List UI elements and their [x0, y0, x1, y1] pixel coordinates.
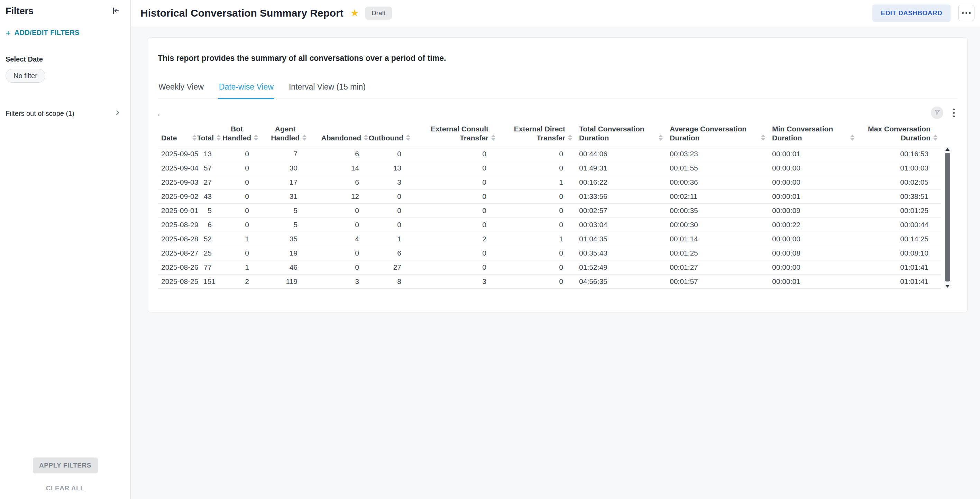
filters-out-of-scope-label: Filters out of scope (1) — [6, 110, 74, 118]
cell-total-conversation-duration: 00:35:43 — [576, 246, 666, 261]
table-tools — [931, 106, 958, 119]
cell-total: 13 — [200, 147, 224, 161]
sort-icon[interactable] — [659, 135, 663, 141]
sort-icon[interactable] — [761, 135, 765, 141]
status-badge: Draft — [365, 6, 392, 20]
scroll-up-arrow-icon[interactable] — [945, 148, 950, 151]
column-header-max-conversation-duration[interactable]: Max Conversation Duration — [858, 122, 941, 147]
cell-external-consult-transfer: 0 — [414, 246, 499, 261]
cell-bot-handled: 1 — [224, 261, 261, 275]
cell-agent-handled: 19 — [261, 246, 310, 261]
cell-agent-handled: 119 — [261, 275, 310, 289]
chevron-right-icon — [114, 109, 121, 118]
top-bar: Historical Conversation Summary Report ★… — [131, 0, 980, 26]
add-edit-filters-button[interactable]: + ADD/EDIT FILTERS — [6, 29, 80, 37]
cell-external-consult-transfer: 0 — [414, 261, 499, 275]
table-wrap: DateTotalBotHandledAgentHandledAbandoned… — [158, 122, 958, 289]
column-header-external-consult-transfer[interactable]: External ConsultTransfer — [414, 122, 499, 147]
sort-icon[interactable] — [216, 135, 221, 141]
placeholder-dot: . — [158, 108, 160, 118]
filters-title: Filters — [6, 6, 33, 17]
cell-max-conversation-duration: 00:00:44 — [858, 218, 941, 232]
column-header-bot-handled[interactable]: BotHandled — [224, 122, 261, 147]
sort-icon[interactable] — [491, 135, 495, 141]
tab-date-wise-view[interactable]: Date-wise View — [218, 82, 274, 99]
cell-external-direct-transfer: 1 — [499, 232, 576, 246]
cell-outbound: 27 — [372, 261, 414, 275]
main-area: Historical Conversation Summary Report ★… — [131, 0, 980, 499]
filters-out-of-scope-row[interactable]: Filters out of scope (1) — [6, 109, 121, 118]
cell-external-consult-transfer: 3 — [414, 275, 499, 289]
column-header-min-conversation-duration[interactable]: Min ConversationDuration — [768, 122, 858, 147]
column-header-agent-handled[interactable]: AgentHandled — [261, 122, 310, 147]
favorite-star-icon[interactable]: ★ — [350, 7, 359, 19]
column-header-abandoned[interactable]: Abandoned — [310, 122, 372, 147]
cell-bot-handled: 0 — [224, 189, 261, 204]
cell-agent-handled: 5 — [261, 218, 310, 232]
sort-icon[interactable] — [406, 135, 410, 141]
cell-min-conversation-duration: 00:00:00 — [768, 161, 858, 175]
cell-min-conversation-duration: 00:00:00 — [768, 232, 858, 246]
table-menu-button[interactable] — [950, 107, 958, 119]
table-row: 2025-08-26771460270001:52:4900:01:2700:0… — [158, 261, 941, 275]
tab-interval-view-15-min[interactable]: Interval View (15 min) — [288, 82, 366, 99]
column-header-date[interactable]: Date — [158, 122, 200, 147]
column-header-external-direct-transfer[interactable]: External DirectTransfer — [499, 122, 576, 147]
cell-outbound: 0 — [372, 189, 414, 204]
sort-icon[interactable] — [192, 135, 196, 141]
cell-total-conversation-duration: 04:56:35 — [576, 275, 666, 289]
cell-abandoned: 3 — [310, 275, 372, 289]
clear-all-button[interactable]: CLEAR ALL — [46, 485, 84, 492]
cell-external-consult-transfer: 0 — [414, 147, 499, 161]
column-header-label: Average ConversationDuration — [670, 124, 746, 143]
kebab-icon — [953, 108, 955, 110]
cell-external-direct-transfer: 0 — [499, 218, 576, 232]
content-area: This report provides the summary of all … — [131, 26, 980, 499]
cell-agent-handled: 17 — [261, 175, 310, 189]
sort-icon[interactable] — [850, 135, 854, 141]
cell-bot-handled: 1 — [224, 232, 261, 246]
column-header-outbound[interactable]: Outbound — [372, 122, 414, 147]
table-filter-button[interactable] — [931, 106, 943, 119]
cell-agent-handled: 35 — [261, 232, 310, 246]
sort-icon[interactable] — [568, 135, 572, 141]
sort-icon[interactable] — [254, 135, 258, 141]
more-options-button[interactable] — [958, 5, 974, 21]
cell-min-conversation-duration: 00:00:00 — [768, 261, 858, 275]
cell-agent-handled: 46 — [261, 261, 310, 275]
edit-dashboard-button[interactable]: EDIT DASHBOARD — [872, 5, 951, 22]
report-description: This report provides the summary of all … — [158, 38, 958, 63]
column-header-average-conversation-duration[interactable]: Average ConversationDuration — [666, 122, 768, 147]
column-header-label: Max Conversation Duration — [861, 124, 931, 143]
cell-average-conversation-duration: 00:01:55 — [666, 161, 768, 175]
sort-icon[interactable] — [302, 135, 307, 141]
table-row: 2025-08-2725019060000:35:4300:01:2500:00… — [158, 246, 941, 261]
tab-weekly-view[interactable]: Weekly View — [158, 82, 204, 99]
cell-outbound: 8 — [372, 275, 414, 289]
table-row: 2025-08-29605000000:03:0400:00:3000:00:2… — [158, 218, 941, 232]
cell-date: 2025-08-25 — [158, 275, 200, 289]
column-header-label: Abandoned — [321, 133, 361, 143]
date-filter-chip[interactable]: No filter — [6, 69, 45, 83]
cell-max-conversation-duration: 01:01:41 — [858, 261, 941, 275]
column-header-total[interactable]: Total — [200, 122, 224, 147]
collapse-sidebar-button[interactable] — [110, 5, 121, 17]
scroll-thumb[interactable] — [945, 153, 950, 281]
cell-external-consult-transfer: 2 — [414, 232, 499, 246]
cell-agent-handled: 5 — [261, 204, 310, 218]
column-header-total-conversation-duration[interactable]: Total ConversationDuration — [576, 122, 666, 147]
cell-total: 27 — [200, 175, 224, 189]
cell-external-direct-transfer: 0 — [499, 246, 576, 261]
table-row: 2025-09-051307600000:44:0600:03:2300:00:… — [158, 147, 941, 161]
column-header-label: BotHandled — [223, 124, 251, 143]
report-card: This report provides the summary of all … — [148, 37, 967, 312]
cell-total-conversation-duration: 01:52:49 — [576, 261, 666, 275]
table-scrollbar[interactable] — [944, 147, 951, 289]
sort-icon[interactable] — [364, 135, 368, 141]
column-header-label: Total ConversationDuration — [579, 124, 644, 143]
cell-total: 151 — [200, 275, 224, 289]
sort-icon[interactable] — [933, 135, 937, 141]
cell-external-direct-transfer: 0 — [499, 204, 576, 218]
scroll-down-arrow-icon[interactable] — [945, 285, 950, 288]
apply-filters-button[interactable]: APPLY FILTERS — [33, 458, 98, 474]
